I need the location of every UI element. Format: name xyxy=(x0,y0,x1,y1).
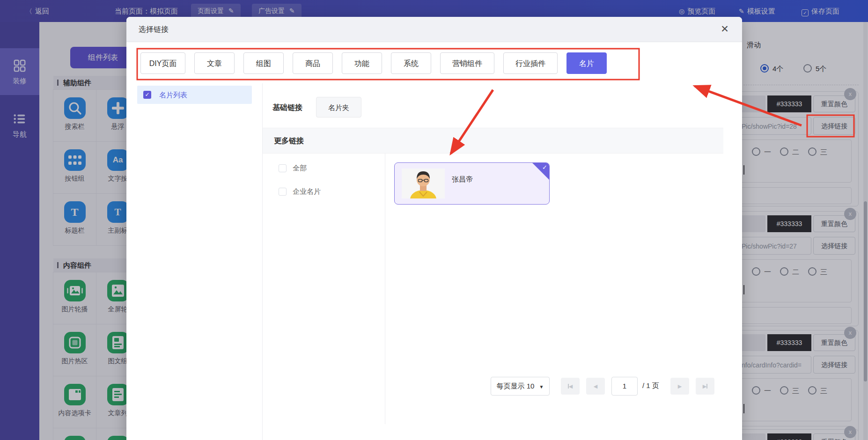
filter-company-card[interactable]: 企业名片 xyxy=(279,187,321,196)
arrow-left-icon: ◀ xyxy=(569,383,573,389)
check-icon: ✓ xyxy=(542,164,547,171)
tab-article[interactable]: 文章 xyxy=(194,52,235,74)
checkbox-icon[interactable] xyxy=(279,188,287,196)
tab-business-card[interactable]: 名片 xyxy=(566,52,607,74)
tab-system[interactable]: 系统 xyxy=(391,52,431,74)
page-number-input[interactable]: 1 xyxy=(611,377,638,396)
caret-down-icon: ▼ xyxy=(539,384,544,389)
arrow-left-icon: ◀ xyxy=(594,383,597,389)
tab-gallery[interactable]: 组图 xyxy=(243,52,284,74)
tab-base-link[interactable]: 基础链接 xyxy=(272,97,302,118)
checked-checkbox-icon[interactable]: ✓ xyxy=(143,91,151,99)
tab-card-folder[interactable]: 名片夹 xyxy=(316,97,361,117)
last-page-button[interactable]: ▶ xyxy=(696,378,714,395)
arrow-right-icon: ▶ xyxy=(703,383,706,389)
close-icon[interactable]: ✕ xyxy=(719,23,731,35)
bar-icon xyxy=(706,384,707,389)
modal-header: 选择链接 ✕ xyxy=(126,17,742,42)
arrow-right-icon: ▶ xyxy=(678,383,682,389)
link-category-tabs: DIY页面 文章 组图 商品 功能 系统 营销组件 行业插件 名片 xyxy=(140,52,607,74)
prev-page-button[interactable]: ◀ xyxy=(586,378,605,395)
tab-industry[interactable]: 行业插件 xyxy=(503,52,558,74)
tab-diy-page[interactable]: DIY页面 xyxy=(140,52,185,74)
modal-title: 选择链接 xyxy=(139,17,169,42)
page-root: 〈返回 当前页面：模拟页面 页面设置 ✎ 广告设置 ✎ ◎预览页面 ✎模板设置 … xyxy=(0,0,868,440)
total-pages-label: / 1 页 xyxy=(642,381,659,390)
tab-product[interactable]: 商品 xyxy=(293,52,333,74)
first-page-button[interactable]: ◀ xyxy=(561,378,580,395)
vertical-divider xyxy=(385,154,385,424)
checkbox-icon[interactable] xyxy=(279,164,287,172)
per-page-select[interactable]: 每页显示 10 ▼ xyxy=(491,377,550,396)
filter-all[interactable]: 全部 xyxy=(279,164,307,173)
nav-item-label: 名片列表 xyxy=(159,86,187,104)
avatar xyxy=(402,169,445,198)
more-links-header: 更多链接 xyxy=(263,128,723,154)
nav-item-card-list[interactable]: ✓ 名片列表 xyxy=(137,86,252,104)
tab-marketing[interactable]: 营销组件 xyxy=(440,52,494,74)
select-link-modal: 选择链接 ✕ DIY页面 文章 组图 商品 功能 系统 营销组件 行业插件 名片… xyxy=(126,17,742,440)
next-page-button[interactable]: ▶ xyxy=(670,378,689,395)
card-name: 张昌帝 xyxy=(452,175,473,184)
business-card-item[interactable]: 张昌帝 ✓ xyxy=(394,162,550,205)
tab-function[interactable]: 功能 xyxy=(342,52,382,74)
